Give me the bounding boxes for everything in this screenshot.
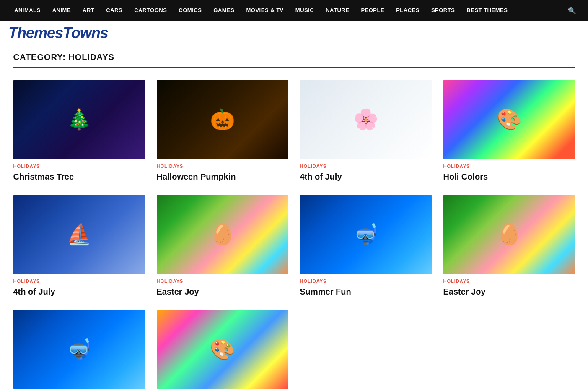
nav-item: ANIMALS xyxy=(8,0,47,21)
post-thumbnail: 🌸 xyxy=(300,80,432,159)
nav-link[interactable]: SPORTS xyxy=(425,0,461,21)
post-category-tag: HOLIDAYS xyxy=(443,279,575,284)
post-title: Christmas Tree xyxy=(13,171,145,182)
post-thumbnail: 🥚 xyxy=(443,195,575,274)
post-category-tag: HOLIDAYS xyxy=(157,279,288,284)
post-thumbnail: 🎨 xyxy=(443,80,575,159)
post-card[interactable]: 🤿HOLIDAYSSummer Fun xyxy=(300,195,432,297)
nav-link[interactable]: COMICS xyxy=(173,0,207,21)
post-card[interactable]: 🎃HOLIDAYSHalloween Pumpkin xyxy=(157,80,288,182)
thumb-icon: ⛵ xyxy=(13,195,145,274)
post-card[interactable]: ⛵HOLIDAYS4th of July xyxy=(13,195,145,297)
nav-link[interactable]: MUSIC xyxy=(290,0,320,21)
thumb-icon: 🤿 xyxy=(300,195,432,274)
site-logo: ThemesTowns xyxy=(8,24,108,42)
post-title: Easter Joy xyxy=(157,286,288,297)
post-card[interactable]: 🎄HOLIDAYSChristmas Tree xyxy=(13,80,145,182)
nav-link[interactable]: PEOPLE xyxy=(355,0,390,21)
post-card[interactable]: 🎨HOLIDAYSHoli Colors xyxy=(157,310,288,391)
post-category-tag: HOLIDAYS xyxy=(157,164,288,169)
thumb-icon: 🌸 xyxy=(300,80,432,159)
post-card[interactable]: 🥚HOLIDAYSEaster Joy xyxy=(157,195,288,297)
thumb-icon: 🎄 xyxy=(13,80,145,159)
top-navigation: ANIMALSANIMEARTCARSCARTOONSCOMICSGAMESMO… xyxy=(0,0,588,21)
thumb-icon: 🎨 xyxy=(157,310,288,389)
posts-grid: 🎄HOLIDAYSChristmas Tree🎃HOLIDAYSHallowee… xyxy=(13,80,575,391)
nav-link[interactable]: CARS xyxy=(100,0,128,21)
nav-link[interactable]: PLACES xyxy=(390,0,425,21)
post-card[interactable]: 🤿HOLIDAYSSummer Fun xyxy=(13,310,145,391)
nav-link[interactable]: BEST THEMES xyxy=(461,0,513,21)
post-thumbnail: 🤿 xyxy=(300,195,432,274)
post-card[interactable]: 🎨HOLIDAYSHoli Colors xyxy=(443,80,575,182)
nav-item: MUSIC xyxy=(290,0,320,21)
nav-link[interactable]: ART xyxy=(77,0,100,21)
thumb-icon: 🎃 xyxy=(157,80,288,159)
logo-bar: ThemesTowns xyxy=(0,21,588,42)
post-title: Halloween Pumpkin xyxy=(157,171,288,182)
thumb-icon: 🥚 xyxy=(443,195,575,274)
nav-item: MOVIES & TV xyxy=(241,0,290,21)
post-thumbnail: 🎄 xyxy=(13,80,145,159)
post-thumbnail: 🎨 xyxy=(157,310,288,389)
post-title: Holi Colors xyxy=(443,171,575,182)
nav-item: CARTOONS xyxy=(128,0,173,21)
post-title: 4th of July xyxy=(300,171,432,182)
nav-item: PEOPLE xyxy=(355,0,390,21)
post-category-tag: HOLIDAYS xyxy=(13,279,145,284)
nav-link[interactable]: GAMES xyxy=(207,0,240,21)
post-category-tag: HOLIDAYS xyxy=(13,164,145,169)
search-button[interactable]: 🔍 xyxy=(565,7,580,15)
post-category-tag: HOLIDAYS xyxy=(300,279,432,284)
post-card[interactable]: 🌸HOLIDAYS4th of July xyxy=(300,80,432,182)
post-thumbnail: 🥚 xyxy=(157,195,288,274)
nav-item: BEST THEMES xyxy=(461,0,513,21)
nav-item: ANIME xyxy=(47,0,77,21)
nav-item: ART xyxy=(77,0,100,21)
post-thumbnail: ⛵ xyxy=(13,195,145,274)
nav-item: SPORTS xyxy=(425,0,461,21)
thumb-icon: 🥚 xyxy=(157,195,288,274)
post-category-tag: HOLIDAYS xyxy=(300,164,432,169)
post-title: 4th of July xyxy=(13,286,145,297)
thumb-icon: 🤿 xyxy=(13,310,145,389)
nav-item: NATURE xyxy=(320,0,355,21)
nav-item: GAMES xyxy=(207,0,240,21)
nav-item: COMICS xyxy=(173,0,207,21)
post-thumbnail: 🎃 xyxy=(157,80,288,159)
nav-menu: ANIMALSANIMEARTCARSCARTOONSCOMICSGAMESMO… xyxy=(8,0,513,21)
post-thumbnail: 🤿 xyxy=(13,310,145,389)
main-content: CATEGORY: HOLIDAYS 🎄HOLIDAYSChristmas Tr… xyxy=(5,42,583,391)
post-category-tag: HOLIDAYS xyxy=(443,164,575,169)
nav-item: CARS xyxy=(100,0,128,21)
category-title: CATEGORY: HOLIDAYS xyxy=(13,52,575,62)
category-header: CATEGORY: HOLIDAYS xyxy=(13,42,575,68)
nav-item: PLACES xyxy=(390,0,425,21)
post-title: Summer Fun xyxy=(300,286,432,297)
nav-link[interactable]: ANIMALS xyxy=(8,0,47,21)
post-card[interactable]: 🥚HOLIDAYSEaster Joy xyxy=(443,195,575,297)
nav-link[interactable]: NATURE xyxy=(320,0,355,21)
post-title: Easter Joy xyxy=(443,286,575,297)
nav-link[interactable]: MOVIES & TV xyxy=(241,0,290,21)
thumb-icon: 🎨 xyxy=(443,80,575,159)
nav-link[interactable]: CARTOONS xyxy=(128,0,173,21)
nav-link[interactable]: ANIME xyxy=(47,0,77,21)
